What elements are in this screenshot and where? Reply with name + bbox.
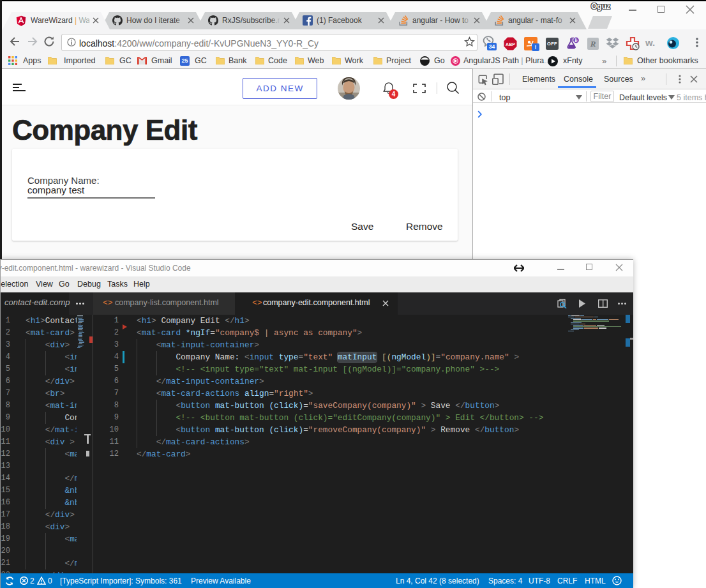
svg-text:b: b — [575, 38, 578, 43]
svg-text:ABP: ABP — [506, 42, 515, 47]
